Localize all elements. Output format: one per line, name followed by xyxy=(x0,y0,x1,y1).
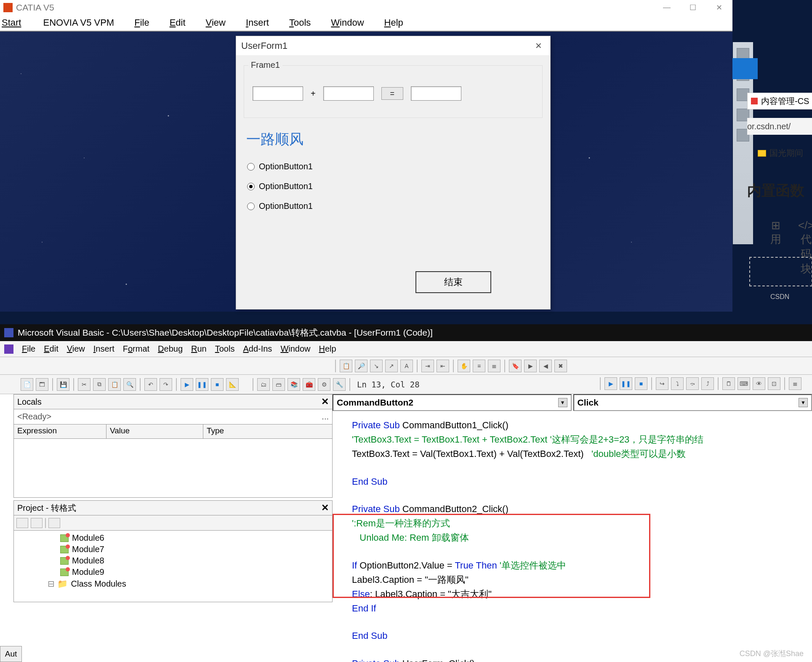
stop-icon[interactable]: ■ xyxy=(635,377,647,390)
tree-folder[interactable]: ⊟ 📁Class Modules xyxy=(14,578,332,590)
col-type[interactable]: Type xyxy=(203,424,332,438)
close-icon[interactable]: × xyxy=(532,39,545,52)
dropzone[interactable] xyxy=(749,257,812,286)
tool-icon[interactable]: 🔎 xyxy=(355,360,367,372)
menu-tools[interactable]: Tools xyxy=(279,17,321,28)
browser-tab[interactable]: 内容管理-CS xyxy=(747,93,812,109)
pause-icon[interactable]: ❚❚ xyxy=(620,377,632,390)
textbox2[interactable] xyxy=(323,86,374,101)
address-bar[interactable]: or.csdn.net/ xyxy=(747,118,812,135)
optionbutton1-row[interactable]: OptionButton1 xyxy=(244,157,543,176)
tool-icon[interactable]: A xyxy=(400,360,413,372)
vb-menu-tools[interactable]: Tools xyxy=(211,344,239,354)
vb-menu-insert[interactable]: Insert xyxy=(89,344,119,354)
stop-icon[interactable]: ■ xyxy=(211,378,224,391)
toggle-folders-icon[interactable] xyxy=(48,518,60,528)
vb-menu-file[interactable]: File xyxy=(18,344,40,354)
vb-menu-view[interactable]: View xyxy=(63,344,89,354)
locals-icon[interactable]: 🗒 xyxy=(722,377,735,390)
menu-insert[interactable]: Insert xyxy=(236,17,279,28)
project-tree[interactable]: Module6 Module7 Module8 Module9 ⊟ 📁Class… xyxy=(13,531,333,602)
view-object-icon[interactable]: 🗔 xyxy=(36,378,48,391)
menu-enovia[interactable]: ENOVIA V5 VPM xyxy=(33,17,124,28)
step-into-icon[interactable]: ⤵ xyxy=(671,377,684,390)
vb-titlebar[interactable]: Microsoft Visual Basic - C:\Users\Shae\D… xyxy=(0,324,812,341)
tree-module[interactable]: Module9 xyxy=(14,566,332,578)
vb-menu-window[interactable]: Window xyxy=(276,344,314,354)
toolbox-icon[interactable]: 🧰 xyxy=(303,378,315,391)
close-icon[interactable]: ✕ xyxy=(321,502,329,513)
vb-menu-format[interactable]: Format xyxy=(119,344,154,354)
view-code-icon[interactable] xyxy=(16,518,28,528)
uncomment-icon[interactable]: ≣ xyxy=(488,360,501,372)
copy-icon[interactable]: ⧉ xyxy=(93,378,106,391)
col-expression[interactable]: Expression xyxy=(14,424,106,438)
run-icon[interactable]: ▶ xyxy=(604,377,617,390)
outdent-icon[interactable]: ⇤ xyxy=(437,360,449,372)
comment-icon[interactable]: ≡ xyxy=(473,360,485,372)
step-out-icon[interactable]: ⤴ xyxy=(701,377,714,390)
radio-icon[interactable] xyxy=(247,163,255,171)
tool-icon[interactable]: ⚙ xyxy=(318,378,330,391)
radio-icon[interactable] xyxy=(247,183,255,190)
view-code-icon[interactable]: 📄 xyxy=(21,378,33,391)
chevron-down-icon[interactable]: ▼ xyxy=(799,398,808,407)
prev-bookmark-icon[interactable]: ◀ xyxy=(539,360,552,372)
breakpoint-icon[interactable]: ✋ xyxy=(458,360,470,372)
object-browser-icon[interactable]: 📚 xyxy=(288,378,300,391)
paste-icon[interactable]: 📋 xyxy=(108,378,121,391)
tree-module[interactable]: Module6 xyxy=(14,532,332,544)
tool-icon[interactable]: ↘ xyxy=(370,360,383,372)
save-icon[interactable]: 💾 xyxy=(57,378,69,391)
radio-icon[interactable] xyxy=(247,203,255,210)
view-object-icon[interactable] xyxy=(31,518,43,528)
locals-context[interactable]: <Ready> ... xyxy=(13,409,333,424)
col-value[interactable]: Value xyxy=(106,424,203,438)
vb-menu-run[interactable]: Run xyxy=(187,344,211,354)
close-button[interactable]: ✕ xyxy=(706,0,732,15)
find-icon[interactable]: 🔍 xyxy=(123,378,136,391)
cut-icon[interactable]: ✂ xyxy=(78,378,91,391)
tool-icon[interactable]: 🔧 xyxy=(333,378,346,391)
textbox3[interactable] xyxy=(411,86,461,101)
aut-taskbar-button[interactable]: Aut xyxy=(0,646,22,662)
clear-bookmark-icon[interactable]: ✖ xyxy=(554,360,567,372)
run-icon[interactable]: ▶ xyxy=(181,378,193,391)
close-icon[interactable]: ✕ xyxy=(321,396,329,407)
code-editor[interactable]: Private Sub CommandButton1_Click() 'Text… xyxy=(333,411,812,662)
pause-icon[interactable]: ❚❚ xyxy=(196,378,208,391)
list-properties-icon[interactable]: 📋 xyxy=(340,360,352,372)
quick-watch-icon[interactable]: ⊡ xyxy=(768,377,780,390)
tool-icon[interactable]: ↪ xyxy=(656,377,668,390)
vb-menu-debug[interactable]: Debug xyxy=(154,344,187,354)
vb-menu-edit[interactable]: Edit xyxy=(40,344,62,354)
vb-control-icon[interactable] xyxy=(4,344,13,354)
indent-icon[interactable]: ⇥ xyxy=(421,360,434,372)
end-button[interactable]: 结束 xyxy=(415,271,491,293)
redo-icon[interactable]: ↷ xyxy=(160,378,172,391)
tree-module[interactable]: Module8 xyxy=(14,555,332,566)
object-combo[interactable]: CommandButton2▼ xyxy=(333,394,572,411)
menu-edit[interactable]: Edit xyxy=(160,17,196,28)
step-over-icon[interactable]: ⤼ xyxy=(686,377,699,390)
undo-icon[interactable]: ↶ xyxy=(144,378,157,391)
menu-view[interactable]: View xyxy=(196,17,236,28)
watch-icon[interactable]: 👁 xyxy=(753,377,765,390)
properties-icon[interactable]: 🗃 xyxy=(272,378,285,391)
ellipsis-button[interactable]: ... xyxy=(322,412,329,422)
vb-menu-addins[interactable]: Add-Ins xyxy=(239,344,276,354)
tool-icon[interactable]: ↗ xyxy=(385,360,398,372)
equals-button[interactable]: = xyxy=(381,87,403,100)
userform-titlebar[interactable]: UserForm1 × xyxy=(236,36,550,55)
bookmark-icon[interactable]: 🔖 xyxy=(509,360,522,372)
menu-start[interactable]: Start xyxy=(2,17,33,28)
optionbutton3-row[interactable]: OptionButton1 xyxy=(244,196,543,216)
optionbutton2-row[interactable]: OptionButton1 xyxy=(244,176,543,196)
callstack-icon[interactable]: ≣ xyxy=(789,377,801,390)
design-mode-icon[interactable]: 📐 xyxy=(226,378,239,391)
menu-window[interactable]: Window xyxy=(321,17,374,28)
vb-menu-help[interactable]: Help xyxy=(315,344,341,354)
minimize-button[interactable]: — xyxy=(654,0,680,15)
bookmark-folder[interactable]: 国光期间 xyxy=(758,147,803,159)
chevron-down-icon[interactable]: ▼ xyxy=(558,398,567,407)
